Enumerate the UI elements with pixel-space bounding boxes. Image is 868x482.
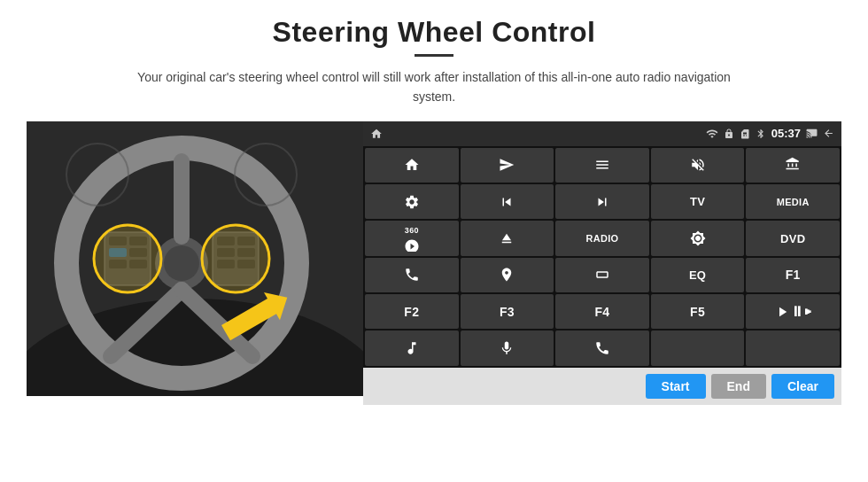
btn-menu[interactable] xyxy=(555,148,649,183)
steering-wheel-image xyxy=(27,121,363,396)
page-title: Steering Wheel Control xyxy=(273,16,596,49)
svg-point-22 xyxy=(94,225,161,292)
action-bar: Start End Clear xyxy=(363,368,841,405)
btn-navigation[interactable] xyxy=(461,258,554,292)
content-row: 05:37 xyxy=(27,121,841,405)
back-icon xyxy=(823,128,834,139)
status-left xyxy=(370,128,383,140)
svg-point-4 xyxy=(164,245,199,281)
page-subtitle: Your original car's steering wheel contr… xyxy=(124,67,744,107)
btn-settings[interactable] xyxy=(365,184,459,219)
btn-eq[interactable]: EQ xyxy=(651,258,745,292)
btn-360cam[interactable]: 360 xyxy=(365,221,459,255)
btn-music[interactable] xyxy=(365,330,459,365)
btn-radio[interactable]: RADIO xyxy=(555,221,649,255)
btn-empty2[interactable] xyxy=(746,330,840,365)
status-right: 05:37 xyxy=(706,127,834,140)
btn-media[interactable]: MEDIA xyxy=(746,184,840,219)
home-status-icon xyxy=(370,128,383,140)
btn-tv[interactable]: TV xyxy=(651,184,745,219)
svg-point-23 xyxy=(202,225,269,292)
lock-icon xyxy=(724,128,734,139)
btn-phone-end[interactable] xyxy=(555,330,649,365)
cast-icon xyxy=(806,128,818,139)
btn-forward[interactable] xyxy=(555,184,649,219)
page-container: Steering Wheel Control Your original car… xyxy=(0,0,868,482)
wifi-icon xyxy=(706,128,718,140)
btn-rewind[interactable] xyxy=(461,184,554,219)
btn-playpause[interactable]: ⏸▶ xyxy=(746,294,840,329)
btn-empty1[interactable] xyxy=(651,330,745,365)
start-button[interactable]: Start xyxy=(646,374,706,399)
btn-f1[interactable]: F1 xyxy=(746,258,840,292)
end-button[interactable]: End xyxy=(711,374,766,399)
btn-f3[interactable]: F3 xyxy=(461,294,554,329)
btn-f5[interactable]: F5 xyxy=(651,294,745,329)
btn-phone-call[interactable] xyxy=(365,258,459,292)
btn-eject[interactable] xyxy=(461,221,554,255)
btn-f4[interactable]: F4 xyxy=(555,294,649,329)
ui-panel: 05:37 xyxy=(363,121,841,405)
btn-mute[interactable] xyxy=(651,148,745,183)
btn-apps[interactable] xyxy=(746,148,840,183)
btn-screen-mode[interactable] xyxy=(555,258,649,292)
sim-icon xyxy=(740,128,750,139)
bluetooth-icon xyxy=(756,128,766,139)
clear-button[interactable]: Clear xyxy=(771,374,834,399)
btn-mic[interactable] xyxy=(461,330,554,365)
title-divider xyxy=(415,54,453,57)
btn-send[interactable] xyxy=(461,148,554,183)
status-bar: 05:37 xyxy=(363,121,841,146)
btn-brightness[interactable] xyxy=(651,221,745,255)
btn-f2[interactable]: F2 xyxy=(365,294,459,329)
btn-home[interactable] xyxy=(365,148,459,183)
button-grid: TV MEDIA 360 RADIO DVD xyxy=(363,146,841,368)
clock-display: 05:37 xyxy=(771,127,801,140)
btn-dvd[interactable]: DVD xyxy=(746,221,840,255)
